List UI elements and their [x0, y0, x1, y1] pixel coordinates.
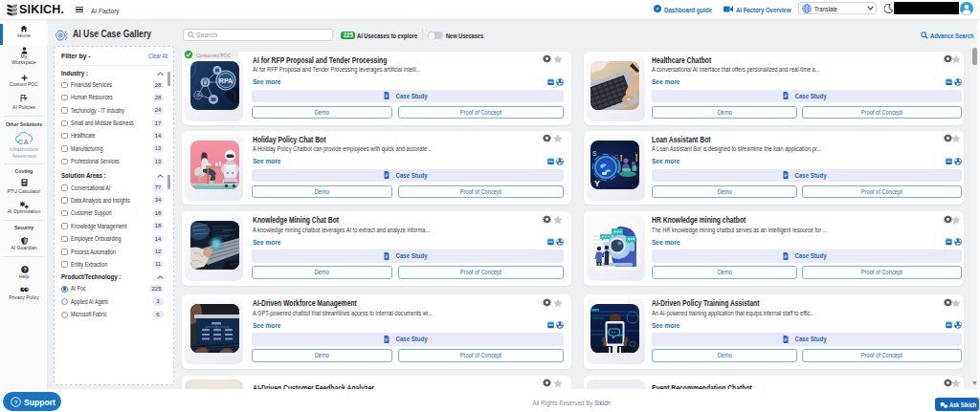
svg-text:C: C	[614, 154, 619, 160]
svg-text:S: S	[592, 150, 597, 157]
svg-text:RPA: RPA	[219, 76, 233, 83]
svg-text:?: ?	[14, 399, 18, 404]
svg-text:Y: Y	[594, 179, 600, 188]
svg-text:A: A	[24, 138, 30, 145]
svg-text:?: ?	[23, 266, 26, 271]
svg-text:C: C	[18, 138, 24, 145]
